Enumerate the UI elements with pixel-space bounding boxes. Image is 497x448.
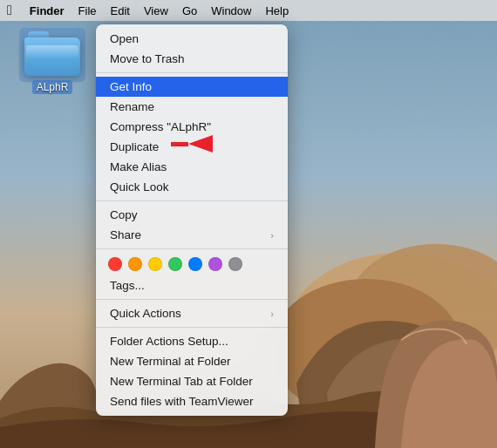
menu-item-make-alias[interactable]: Make Alias: [96, 157, 288, 177]
menu-item-copy[interactable]: Copy: [96, 205, 288, 225]
menu-item-compress[interactable]: Compress "ALphR": [96, 117, 288, 137]
separator-4: [96, 299, 288, 300]
tag-color-gray[interactable]: [228, 257, 242, 271]
menu-item-folder-actions-setup[interactable]: Folder Actions Setup...: [96, 331, 288, 351]
apple-menu[interactable]: : [7, 3, 12, 18]
menu-item-share[interactable]: Share ›: [96, 225, 288, 245]
menubar-window[interactable]: Window: [204, 0, 258, 21]
context-menu: Open Move to Trash Get Info Rename Compr…: [96, 24, 288, 416]
separator-2: [96, 200, 288, 201]
quick-actions-arrow-icon: ›: [270, 309, 274, 319]
tag-colors: [96, 253, 288, 275]
menu-item-new-terminal[interactable]: New Terminal at Folder: [96, 351, 288, 371]
menu-item-get-info[interactable]: Get Info: [96, 77, 288, 97]
menubar:  Finder File Edit View Go Window Help: [0, 0, 497, 21]
tag-color-green[interactable]: [168, 257, 182, 271]
arrow-head: [188, 135, 213, 153]
arrow-shaft: [171, 142, 188, 146]
share-arrow-icon: ›: [270, 230, 274, 241]
folder-highlight: [26, 45, 78, 59]
menubar-view[interactable]: View: [137, 0, 175, 21]
menu-item-quick-actions[interactable]: Quick Actions ›: [96, 303, 288, 323]
separator-3: [96, 248, 288, 249]
tag-color-yellow[interactable]: [148, 257, 162, 271]
menu-item-open[interactable]: Open: [96, 29, 288, 49]
menu-item-tags[interactable]: Tags...: [96, 275, 288, 295]
menubar-go[interactable]: Go: [175, 0, 204, 21]
menu-item-quick-look[interactable]: Quick Look: [96, 177, 288, 197]
folder-icon[interactable]: ALphR: [24, 31, 80, 94]
svg-point-1: [288, 253, 497, 410]
tag-color-blue[interactable]: [188, 257, 202, 271]
menubar-help[interactable]: Help: [258, 0, 296, 21]
menu-item-rename[interactable]: Rename: [96, 97, 288, 117]
svg-point-3: [270, 279, 462, 418]
folder-visual: [24, 31, 80, 77]
menubar-file[interactable]: File: [71, 0, 104, 21]
separator-5: [96, 327, 288, 328]
menubar-edit[interactable]: Edit: [104, 0, 137, 21]
menu-item-send-teamviewer[interactable]: Send files with TeamViewer: [96, 391, 288, 411]
svg-point-2: [349, 244, 497, 366]
menu-item-move-to-trash[interactable]: Move to Trash: [96, 49, 288, 69]
separator-1: [96, 72, 288, 73]
folder-label: ALphR: [32, 80, 73, 94]
menubar-finder[interactable]: Finder: [23, 0, 71, 21]
menu-item-new-terminal-tab[interactable]: New Terminal Tab at Folder: [96, 371, 288, 391]
desktop:  Finder File Edit View Go Window Help: [0, 0, 497, 448]
folder-body: [24, 37, 80, 76]
arrow-annotation: [171, 135, 213, 153]
tag-color-purple[interactable]: [208, 257, 222, 271]
tag-color-red[interactable]: [108, 257, 122, 271]
tag-color-orange[interactable]: [128, 257, 142, 271]
